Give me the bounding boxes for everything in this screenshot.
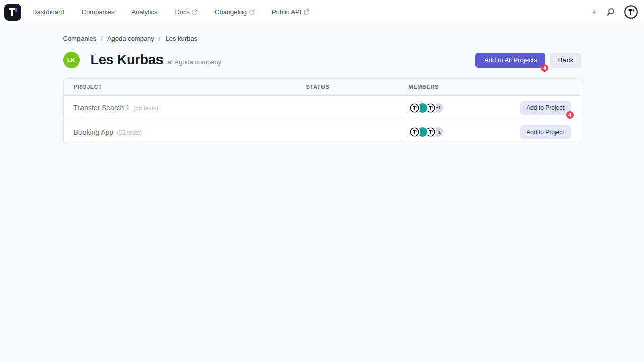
nav-item-label: Dashboard <box>32 8 64 16</box>
external-link-icon <box>249 9 255 15</box>
add-to-project-label: Add to Project <box>526 104 564 111</box>
project-tests-count: (55 tests) <box>133 105 158 112</box>
breadcrumb: Companies / Agoda company / Les kurbas <box>63 35 581 42</box>
breadcrumb-agoda-company[interactable]: Agoda company <box>107 35 154 42</box>
column-header-status: Status <box>306 84 409 90</box>
notification-badge: 4 <box>541 64 548 72</box>
brand-logo[interactable] <box>4 4 21 21</box>
add-to-all-projects-button[interactable]: Add to All Projects 4 <box>475 53 546 68</box>
action-cell: Add to Project 4 <box>520 101 570 115</box>
add-to-all-projects-label: Add to All Projects <box>484 56 537 64</box>
top-navigation-bar: Dashboard Companies Analytics Docs Chang… <box>0 0 644 24</box>
nav-item-companies[interactable]: Companies <box>82 8 115 16</box>
nav-item-docs[interactable]: Docs <box>175 8 198 16</box>
page-content: Companies / Agoda company / Les kurbas L… <box>63 35 581 144</box>
add-new-button[interactable]: + <box>591 7 597 17</box>
action-cell: Add to Project <box>520 125 570 139</box>
member-avatar-logo-icon <box>409 102 420 114</box>
project-name: Booking App <box>74 128 114 136</box>
project-cell: Booking App (52 tests) <box>74 128 306 136</box>
back-button[interactable]: Back <box>550 53 581 68</box>
nav-item-label: Public API <box>272 8 301 16</box>
column-header-project: Project <box>74 84 306 90</box>
search-icon[interactable] <box>606 7 615 17</box>
table-header-row: Project Status Members <box>64 79 581 96</box>
person-avatar: LK <box>63 52 80 68</box>
topbar-right-actions: + <box>591 5 638 19</box>
nav-item-public-api[interactable]: Public API <box>272 8 309 16</box>
project-cell: Transfer Search 1 (55 tests) <box>74 104 306 112</box>
brand-logo-icon <box>4 4 21 21</box>
nav-item-label: Changelog <box>215 8 247 16</box>
header-actions: Add to All Projects 4 Back <box>475 53 581 68</box>
nav-item-label: Analytics <box>131 8 157 16</box>
member-avatar-logo-icon <box>409 126 420 138</box>
members-cell: +1 <box>409 126 521 138</box>
breadcrumb-separator: / <box>159 35 161 42</box>
nav-item-analytics[interactable]: Analytics <box>131 8 157 16</box>
breadcrumb-separator: / <box>101 35 103 42</box>
external-link-icon <box>304 9 309 15</box>
page-header: LK Les Kurbas at Agoda company Add to Al… <box>63 52 581 68</box>
table-row-booking-app[interactable]: Booking App (52 tests) +1 Add to Project <box>64 120 581 144</box>
nav-item-changelog[interactable]: Changelog <box>215 8 255 16</box>
page-title: Les Kurbas <box>91 52 164 68</box>
page-subtitle: at Agoda company <box>168 58 222 66</box>
project-name: Transfer Search 1 <box>74 104 130 112</box>
user-avatar[interactable] <box>624 5 638 19</box>
add-to-project-button[interactable]: Add to Project <box>520 101 570 115</box>
projects-table: Project Status Members Transfer Search 1… <box>63 78 581 144</box>
table-row-transfer-search-1[interactable]: Transfer Search 1 (55 tests) +1 Add to P… <box>64 96 581 120</box>
notification-badge: 4 <box>566 111 574 119</box>
external-link-icon <box>192 9 198 15</box>
nav-item-dashboard[interactable]: Dashboard <box>32 8 64 16</box>
main-nav: Dashboard Companies Analytics Docs Chang… <box>32 8 309 16</box>
project-tests-count: (52 tests) <box>117 129 142 136</box>
members-cell: +1 <box>409 102 521 114</box>
breadcrumb-les-kurbas[interactable]: Les kurbas <box>165 35 197 42</box>
column-header-members: Members <box>409 84 571 90</box>
add-to-project-button[interactable]: Add to Project <box>520 125 570 139</box>
nav-item-label: Docs <box>175 8 190 16</box>
nav-item-label: Companies <box>82 8 115 16</box>
add-to-project-label: Add to Project <box>526 129 564 136</box>
breadcrumb-companies[interactable]: Companies <box>63 35 97 42</box>
